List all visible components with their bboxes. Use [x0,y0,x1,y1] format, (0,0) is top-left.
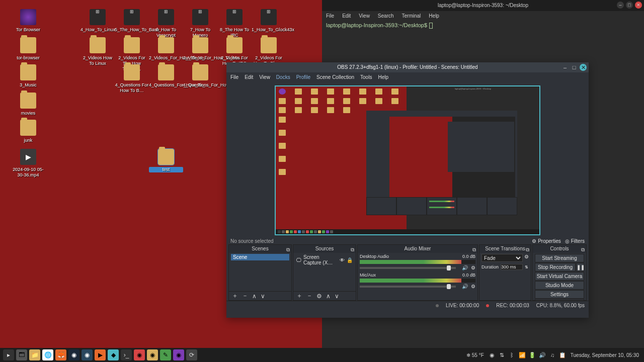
start-streaming-button[interactable]: Start Streaming [535,254,584,262]
virtual-camera-button[interactable]: Start Virtual Camera [535,272,584,281]
desktop-icon[interactable]: 2_Videos How To Linux [80,37,115,66]
desktop-icon[interactable]: Tor Browser [11,9,45,33]
add-icon[interactable]: ＋ [296,292,302,300]
tray-wifi-icon[interactable]: 📶 [518,351,526,359]
stop-recording-button[interactable]: Stop Recording [535,263,576,272]
weather-widget[interactable]: ❄ 55 °F [464,352,486,358]
properties-button[interactable]: ⚙ Properties [532,238,561,244]
desktop-icon[interactable]: 3_Music [11,64,45,88]
minimize-icon[interactable]: – [617,2,624,9]
update-icon[interactable]: ⟳ [186,349,197,360]
clock[interactable]: Tuesday, September 10, 05:30 [569,352,641,358]
menu-item[interactable]: Docks [276,74,290,80]
desktop-icon[interactable]: ▶2024-09-10 05-30-36.mp4 [11,149,45,178]
transition-select[interactable]: Fade [481,254,523,262]
desktop-icon[interactable]: 4_Questions_For_How_To_… [149,64,183,88]
steam-icon[interactable]: ◉ [68,349,79,360]
chrome-icon[interactable]: 🌐 [42,349,53,360]
play-icon[interactable]: ▶ [95,349,106,360]
eye-icon[interactable]: 👁 [340,257,345,263]
menu-item[interactable]: File [326,13,334,19]
up-icon[interactable]: ∧ [326,293,331,300]
down-icon[interactable]: ∨ [261,293,265,300]
firefox-icon[interactable]: 🦊 [55,349,66,360]
minimize-icon[interactable]: – [561,64,569,71]
popout-icon[interactable]: ⧉ [526,246,529,254]
app-icon[interactable]: ◆ [108,349,119,360]
tray-obs-icon[interactable]: ◉ [488,351,496,359]
gear-icon[interactable]: ⚙ [316,293,322,300]
scene-item[interactable]: Scene [231,254,289,260]
tray-net-icon[interactable]: ⇅ [498,351,506,359]
menu-item[interactable]: Tools [360,74,372,80]
terminal-body[interactable]: laptop@laptop-Inspiron-3593:~/Desktop$ [322,20,644,31]
tray-battery-icon[interactable]: 🔋 [528,351,536,359]
volume-slider[interactable] [360,286,456,288]
desktop-icon[interactable]: ⊞1_How_To_Glock43x [252,9,286,33]
desktop-icon[interactable]: ⊞7_How To Monero [183,9,217,38]
source-item[interactable]: 🖵 Screen Capture (X… 👁 🔒 [295,254,354,266]
menu-item[interactable]: View [359,13,370,19]
studio-mode-button[interactable]: Studio Mode [535,281,584,290]
menu-item[interactable]: Scene Collection [316,74,354,80]
files-icon[interactable]: 🗔 [16,349,27,360]
tor-icon[interactable]: ◉ [173,349,184,360]
menu-item[interactable]: Terminal [402,13,421,19]
desktop-icon[interactable]: 2_Videos For How To IRC [217,37,252,66]
volume-slider[interactable] [360,267,456,269]
app3-icon[interactable]: ◉ [147,349,158,360]
popout-icon[interactable]: ⧉ [472,246,476,254]
exit-button[interactable]: Exit [535,299,584,300]
tray-music-icon[interactable]: ♫ [548,351,556,359]
popout-icon[interactable]: ⧉ [351,246,354,254]
remove-icon[interactable]: － [242,292,248,300]
down-icon[interactable]: ∨ [335,293,339,300]
gear-icon[interactable]: ⚙ [524,254,529,264]
terminal-icon[interactable]: ›_ [121,349,132,360]
speaker-icon[interactable]: 🔊 [462,265,468,270]
up-icon[interactable]: ∧ [252,293,257,300]
duration-input[interactable] [501,264,523,270]
folder-icon[interactable]: 📁 [29,349,40,360]
close-icon[interactable]: ✕ [580,64,587,71]
gear-icon[interactable]: ⚙ [471,265,475,270]
menu-item[interactable]: View [259,74,270,80]
menu-icon[interactable]: ▸ [3,349,14,360]
menu-item[interactable]: Profile [296,74,310,80]
app2-icon[interactable]: ◉ [134,349,145,360]
menu-item[interactable]: Help [378,74,388,80]
gear-icon[interactable]: ⚙ [471,284,475,289]
desktop-icon[interactable]: 2_Videos For How To Gloc… [252,37,286,66]
pause-button[interactable]: ❚❚ [576,263,584,272]
maximize-icon[interactable]: □ [571,64,578,71]
settings-button[interactable]: Settings [535,290,584,299]
lock-icon[interactable]: 🔒 [347,257,353,263]
desktop-icon[interactable]: ⊞5_The_How_To_Bash [115,9,149,33]
menu-item[interactable]: Search [378,13,394,19]
tray-bt-icon[interactable]: ᛒ [508,351,516,359]
maximize-icon[interactable]: □ [626,2,633,9]
filters-button[interactable]: ◎ Filters [565,238,585,244]
desktop-icon[interactable]: junk [11,120,45,143]
desktop-icon[interactable]: test [149,149,183,172]
desktop-icon[interactable]: tor-browser [11,37,45,61]
popout-icon[interactable]: ⧉ [286,246,290,254]
tray-vol-icon[interactable]: 🔊 [538,351,546,359]
desktop-icon[interactable]: 2_Videos_For_How_To_Ve… [149,37,183,61]
popout-icon[interactable]: ⧉ [581,246,585,254]
preview-canvas[interactable]: laptop@laptop-Inspiron-3593: ~/Desktop ▷ [275,85,540,235]
desktop-icon[interactable]: movies [11,93,45,116]
desktop-icon[interactable]: 4_Questions For How To B… [115,64,149,94]
tray-note-icon[interactable]: 📋 [558,351,567,359]
speaker-icon[interactable]: 🔊 [462,284,468,289]
add-icon[interactable]: ＋ [232,292,238,300]
desktop-icon[interactable]: ⊞4_How_To_Linux [80,9,115,33]
desktop-icon[interactable]: 2_Videos_For_How_To_Mo… [183,37,217,61]
app4-icon[interactable]: ✎ [160,349,171,360]
menu-item[interactable]: Help [429,13,439,19]
steam2-icon[interactable]: ◉ [82,349,93,360]
desktop-icon[interactable]: ⊞8_The How To IRC [217,9,252,38]
menu-item[interactable]: Edit [245,74,253,80]
stepper-icon[interactable]: ⇅ [525,265,528,269]
close-icon[interactable]: ✕ [635,2,642,9]
